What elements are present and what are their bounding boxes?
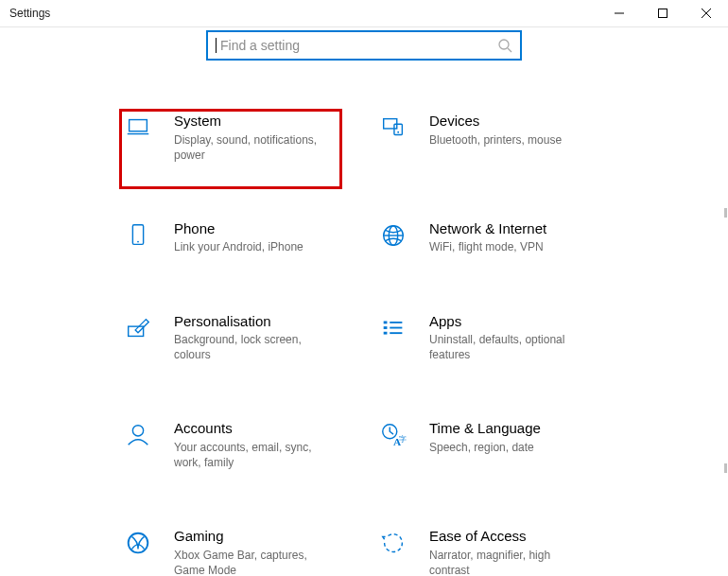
category-ease[interactable]: Ease of Access Narrator, magnifier, high… xyxy=(376,527,632,576)
category-title: Accounts xyxy=(174,419,325,438)
svg-text:字: 字 xyxy=(399,435,407,444)
minimize-button[interactable] xyxy=(598,0,641,26)
category-desc: Bluetooth, printers, mouse xyxy=(429,132,562,148)
category-apps[interactable]: Apps Uninstall, defaults, optional featu… xyxy=(376,312,632,363)
maximize-button[interactable] xyxy=(641,0,685,26)
svg-point-26 xyxy=(129,533,148,553)
svg-rect-1 xyxy=(659,9,667,17)
search-input[interactable]: Find a setting xyxy=(206,30,522,61)
paintbrush-icon xyxy=(124,314,152,342)
person-icon xyxy=(124,421,152,449)
svg-rect-6 xyxy=(130,120,147,131)
category-accounts[interactable]: Accounts Your accounts, email, sync, wor… xyxy=(121,419,376,470)
category-desc: Speech, region, date xyxy=(429,440,541,455)
category-time[interactable]: A 字 Time & Language Speech, region, date xyxy=(376,419,632,470)
window-controls xyxy=(598,0,728,26)
category-desc: Background, lock screen, colours xyxy=(174,332,325,362)
category-title: Apps xyxy=(429,312,581,331)
phone-icon xyxy=(124,221,152,250)
close-button[interactable] xyxy=(685,0,728,26)
svg-rect-18 xyxy=(384,331,388,334)
category-title: System xyxy=(174,112,325,131)
category-devices[interactable]: Devices Bluetooth, printers, mouse xyxy=(376,112,632,163)
category-desc: Your accounts, email, sync, work, family xyxy=(174,440,325,470)
window-title: Settings xyxy=(0,7,50,20)
title-bar: Settings xyxy=(0,0,728,26)
text-caret xyxy=(216,38,217,53)
category-network[interactable]: Network & Internet WiFi, flight mode, VP… xyxy=(376,219,632,255)
minimize-icon xyxy=(615,9,624,18)
svg-point-9 xyxy=(397,131,399,133)
category-desc: WiFi, flight mode, VPN xyxy=(429,239,546,254)
category-desc: Uninstall, defaults, optional features xyxy=(429,332,581,362)
category-desc: Narrator, magnifier, high contrast xyxy=(429,548,581,576)
category-phone[interactable]: Phone Link your Android, iPhone xyxy=(121,219,376,255)
category-desc: Display, sound, notifications, power xyxy=(174,132,325,163)
xbox-icon xyxy=(124,529,152,557)
search-icon xyxy=(497,38,512,53)
category-title: Phone xyxy=(174,219,303,238)
laptop-icon xyxy=(124,113,152,142)
ease-of-access-icon xyxy=(379,529,407,557)
category-gaming[interactable]: Gaming Xbox Game Bar, captures, Game Mod… xyxy=(121,527,376,576)
category-title: Devices xyxy=(429,112,562,131)
devices-icon xyxy=(379,113,407,142)
search-placeholder: Find a setting xyxy=(220,38,497,53)
svg-point-4 xyxy=(499,40,509,49)
category-desc: Link your Android, iPhone xyxy=(174,239,303,254)
category-title: Personalisation xyxy=(174,312,325,331)
svg-point-22 xyxy=(132,426,143,436)
globe-icon xyxy=(379,221,407,250)
list-icon xyxy=(379,314,407,342)
svg-rect-16 xyxy=(384,321,388,323)
svg-rect-8 xyxy=(394,124,402,134)
time-language-icon: A 字 xyxy=(379,421,407,449)
category-system[interactable]: System Display, sound, notifications, po… xyxy=(121,112,376,163)
category-title: Time & Language xyxy=(429,419,541,438)
svg-rect-17 xyxy=(384,326,388,329)
scrollbar[interactable] xyxy=(723,208,728,473)
category-desc: Xbox Game Bar, captures, Game Mode xyxy=(174,548,325,576)
category-title: Network & Internet xyxy=(429,219,546,238)
settings-grid: System Display, sound, notifications, po… xyxy=(0,112,728,576)
svg-point-11 xyxy=(137,241,139,243)
category-personalisation[interactable]: Personalisation Background, lock screen,… xyxy=(121,312,376,363)
category-title: Gaming xyxy=(174,527,325,546)
maximize-icon xyxy=(658,9,667,18)
svg-line-5 xyxy=(508,48,511,52)
category-title: Ease of Access xyxy=(429,527,581,546)
close-icon xyxy=(702,9,711,18)
